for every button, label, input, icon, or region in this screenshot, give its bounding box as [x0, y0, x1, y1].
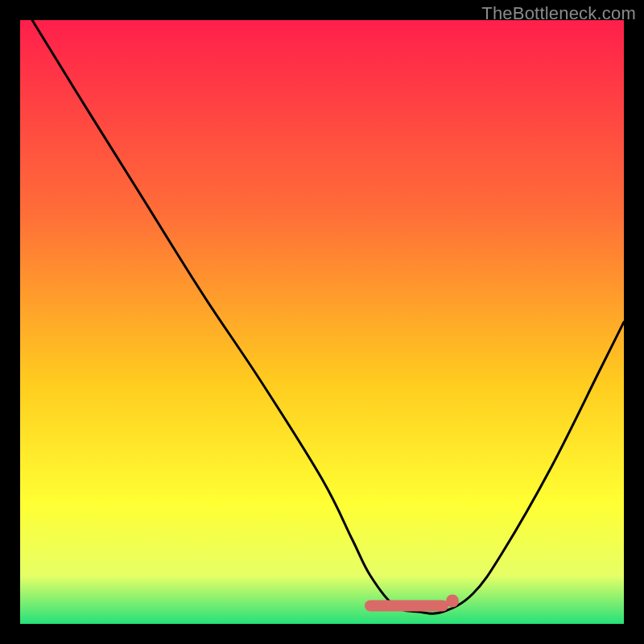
bottleneck-curve — [32, 20, 624, 613]
chart-frame: TheBottleneck.com — [0, 0, 644, 644]
curve-layer — [20, 20, 624, 624]
plot-area — [20, 20, 624, 624]
flat-region-end-dot — [446, 595, 459, 608]
